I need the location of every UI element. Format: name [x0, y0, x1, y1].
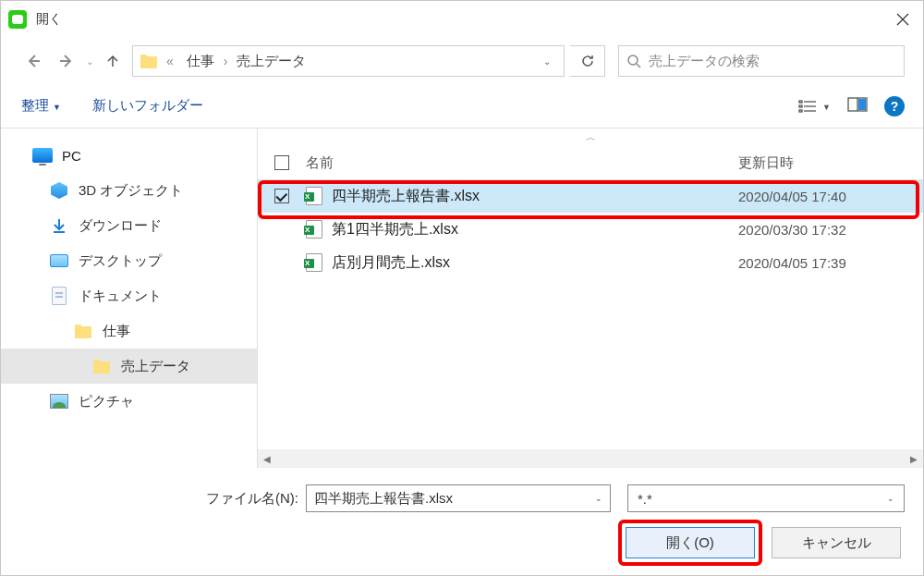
address-dropdown[interactable]: ⌄	[536, 56, 558, 67]
tree-label: デスクトップ	[79, 252, 162, 270]
arrow-up-icon	[104, 53, 121, 69]
scroll-left-button[interactable]: ◀	[258, 449, 276, 468]
select-all-checkbox[interactable]	[274, 155, 289, 170]
preview-pane-button[interactable]	[847, 97, 868, 115]
history-dropdown[interactable]: ⌄	[86, 56, 93, 67]
open-button[interactable]: 開く(O)	[626, 527, 755, 558]
scroll-right-button[interactable]: ▶	[905, 449, 923, 468]
titlebar: 開く	[1, 1, 923, 38]
chevron-right-icon: ›	[224, 54, 228, 68]
svg-rect-1	[799, 101, 802, 103]
excel-file-icon	[306, 187, 322, 205]
navigation-bar: ⌄ « 仕事 › 売上データ ⌄ 売上データの検索	[1, 38, 923, 84]
search-input[interactable]: 売上データの検索	[618, 45, 905, 77]
svg-rect-5	[858, 99, 866, 110]
close-button[interactable]	[881, 1, 923, 38]
tree-node-sales-data[interactable]: 売上データ	[1, 349, 257, 384]
organize-label: 整理	[21, 97, 49, 115]
tree-label: ピクチャ	[79, 393, 134, 411]
file-modified: 2020/03/30 17:32	[738, 222, 923, 238]
filename-label: ファイル名(N):	[1, 490, 306, 508]
svg-rect-3	[799, 110, 802, 112]
cancel-label: キャンセル	[802, 534, 871, 552]
file-row[interactable]: 店別月間売上.xlsx 2020/04/05 17:39	[258, 246, 923, 279]
file-type-filter[interactable]: *.* ⌄	[627, 484, 905, 512]
chevron-down-icon: ▼	[53, 103, 61, 112]
list-view-icon	[798, 99, 817, 114]
tree-node-pc[interactable]: PC	[1, 138, 257, 173]
help-button[interactable]: ?	[884, 96, 905, 116]
cube-icon	[51, 182, 67, 199]
back-button[interactable]	[19, 47, 47, 75]
document-icon	[52, 287, 67, 305]
filename-value: 四半期売上報告書.xlsx	[314, 490, 595, 508]
organize-button[interactable]: 整理 ▼	[19, 93, 63, 118]
tree-node-documents[interactable]: ドキュメント	[1, 278, 257, 313]
tree-node-3d-objects[interactable]: 3D オブジェクト	[1, 173, 257, 208]
collapse-handle[interactable]: ︿	[258, 129, 923, 146]
tree-node-work[interactable]: 仕事	[1, 313, 257, 349]
dialog-title: 開く	[36, 11, 881, 28]
tree-label: 売上データ	[121, 358, 190, 375]
folder-icon	[75, 325, 91, 338]
preview-pane-icon	[847, 97, 868, 112]
breadcrumb-segment[interactable]: 仕事	[181, 53, 220, 70]
chevron-down-icon: ▼	[822, 103, 831, 112]
chevron-down-icon[interactable]: ⌄	[595, 494, 602, 503]
toolbar: 整理 ▼ 新しいフォルダー ▼ ?	[1, 84, 923, 129]
search-placeholder: 売上データの検索	[649, 53, 896, 70]
app-icon	[8, 10, 27, 29]
view-options-button[interactable]: ▼	[798, 99, 831, 114]
refresh-icon	[580, 54, 595, 68]
download-icon	[49, 216, 69, 235]
filter-value: *.*	[638, 491, 652, 507]
new-folder-label: 新しいフォルダー	[92, 97, 203, 115]
filename-row: ファイル名(N): 四半期売上報告書.xlsx ⌄ *.* ⌄	[1, 484, 905, 512]
arrow-left-icon	[25, 53, 42, 69]
tree-label: ドキュメント	[79, 288, 162, 305]
file-list-area: ︿ 名前 更新日時 四半期売上報告書.xlsx 2020/04/05 17:40	[258, 129, 923, 468]
svg-point-0	[628, 55, 638, 65]
cancel-button[interactable]: キャンセル	[772, 527, 901, 558]
filename-input[interactable]: 四半期売上報告書.xlsx ⌄	[306, 484, 611, 512]
file-row[interactable]: 四半期売上報告書.xlsx 2020/04/05 17:40	[258, 179, 923, 213]
folder-icon	[140, 55, 157, 68]
up-button[interactable]	[99, 47, 127, 75]
file-row[interactable]: 第1四半期売上.xlsx 2020/03/30 17:32	[258, 213, 923, 246]
column-name[interactable]: 名前	[302, 154, 738, 172]
tree-label: ダウンロード	[79, 217, 162, 235]
arrow-right-icon	[58, 53, 75, 69]
breadcrumb-ellipsis[interactable]: «	[163, 54, 177, 68]
forward-button[interactable]	[53, 47, 80, 75]
open-label: 開く(O)	[666, 534, 714, 552]
pictures-icon	[50, 394, 68, 409]
svg-rect-2	[799, 105, 802, 107]
button-row: 開く(O) キャンセル	[1, 527, 905, 558]
refresh-button[interactable]	[570, 45, 605, 77]
breadcrumb-segment[interactable]: 売上データ	[231, 53, 311, 70]
tree-label: 仕事	[103, 323, 130, 340]
open-file-dialog: 開く ⌄ « 仕事 › 売上データ ⌄ 売上データの検索	[0, 0, 924, 576]
row-checkbox[interactable]	[274, 189, 289, 203]
pc-icon	[32, 148, 53, 163]
navigation-tree: PC 3D オブジェクト ダウンロード デスクトップ ドキュメント	[1, 129, 258, 468]
horizontal-scrollbar[interactable]: ◀ ▶	[258, 449, 923, 468]
tree-label: 3D オブジェクト	[79, 182, 183, 200]
tree-node-pictures[interactable]: ピクチャ	[1, 384, 257, 419]
tree-node-downloads[interactable]: ダウンロード	[1, 208, 257, 243]
file-list: 四半期売上報告書.xlsx 2020/04/05 17:40 第1四半期売上.x…	[258, 179, 923, 449]
tree-node-desktop[interactable]: デスクトップ	[1, 243, 257, 278]
address-bar[interactable]: « 仕事 › 売上データ ⌄	[132, 45, 565, 77]
column-headers: 名前 更新日時	[258, 146, 923, 179]
dialog-body: PC 3D オブジェクト ダウンロード デスクトップ ドキュメント	[1, 129, 923, 468]
chevron-down-icon[interactable]: ⌄	[887, 494, 894, 503]
dialog-footer: ファイル名(N): 四半期売上報告書.xlsx ⌄ *.* ⌄ 開く(O) キャ…	[1, 468, 923, 575]
new-folder-button[interactable]: 新しいフォルダー	[91, 93, 205, 118]
file-name: 四半期売上報告書.xlsx	[332, 187, 480, 206]
excel-file-icon	[306, 253, 322, 272]
file-name: 第1四半期売上.xlsx	[332, 220, 458, 239]
desktop-icon	[50, 254, 68, 267]
search-icon	[626, 54, 641, 68]
column-modified[interactable]: 更新日時	[738, 154, 923, 172]
tree-label: PC	[62, 148, 81, 164]
